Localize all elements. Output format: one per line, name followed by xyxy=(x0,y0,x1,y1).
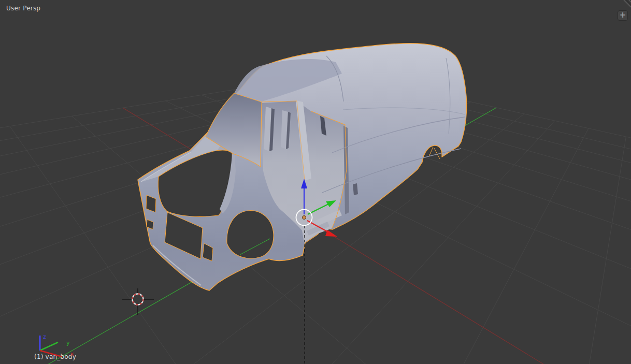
3d-cursor xyxy=(122,288,154,315)
axis-y: y xyxy=(40,340,70,351)
axis-gizmo: z y x xyxy=(26,316,83,362)
van-body-mesh[interactable] xyxy=(138,43,467,290)
resize-grip-icon xyxy=(624,0,631,7)
expand-properties-button[interactable]: + xyxy=(618,10,628,21)
plus-icon: + xyxy=(620,10,626,20)
area-resize-handle[interactable] xyxy=(623,0,631,8)
front-wheel-arch xyxy=(227,211,274,258)
axis-y-label: y xyxy=(66,340,70,346)
object-origin-dot xyxy=(303,216,306,220)
axis-x: x xyxy=(40,351,74,357)
axis-x-label: x xyxy=(70,351,74,357)
view-mode-label: User Persp xyxy=(6,5,40,12)
3d-viewport[interactable]: User Persp (1) van_body + z y x xyxy=(0,0,631,364)
scene-canvas[interactable] xyxy=(0,0,631,364)
axis-z-label: z xyxy=(43,333,46,340)
rear-arch-inner-edge xyxy=(429,147,440,159)
